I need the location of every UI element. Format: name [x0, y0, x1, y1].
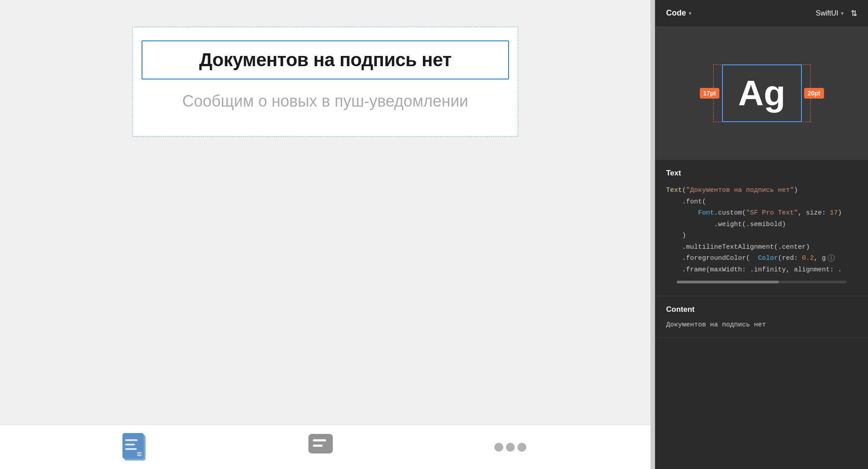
tab-bar: ≡	[0, 425, 651, 469]
code-line-1: Text("Документов на подпись нет")	[666, 185, 857, 196]
ag-text: Ag	[738, 76, 785, 111]
chat-icon	[307, 432, 337, 462]
badge-left: 17pt	[700, 88, 720, 99]
scrollbar-track[interactable]	[677, 281, 847, 283]
code-label[interactable]: Code	[666, 8, 686, 18]
tab-icon-chat[interactable]	[307, 432, 337, 462]
top-bar-left: Code ▾	[666, 8, 691, 18]
svg-rect-2	[125, 439, 138, 441]
code-line-2: .font(	[666, 196, 857, 208]
canvas-area: Документов на подпись нет Сообщим о новы…	[0, 0, 651, 469]
text-section-label: Text	[666, 169, 857, 178]
code-line-3: Font.custom("SF Pro Text", size: 17)	[666, 207, 857, 219]
svg-rect-8	[313, 439, 326, 441]
svg-point-12	[517, 443, 526, 452]
content-value: Документов на подпись нет	[666, 321, 857, 329]
svg-point-11	[506, 443, 515, 452]
right-panel: Code ▾ SwiftUI ▾ ⇅ Ag 17pt 20pt Text Tex…	[655, 0, 868, 469]
ag-blue-border: Ag	[722, 64, 802, 122]
title-text: Документов на подпись нет	[199, 49, 452, 70]
subtitle-text: Сообщим о новых в пуш-уведомлении	[182, 92, 468, 110]
more-icon	[493, 438, 528, 456]
text-section: Text Text("Документов на подпись нет") .…	[655, 160, 868, 296]
code-panels: Text Text("Документов на подпись нет") .…	[655, 160, 868, 469]
filter-icon[interactable]: ⇅	[851, 8, 857, 18]
code-line-8: .frame(maxWidth: .infinity, alignment: .	[666, 264, 857, 276]
badge-right: 20pt	[804, 88, 824, 99]
code-line-7: .foregroundColor( Color(red: 0.2, gi	[666, 253, 857, 264]
swiftui-selector[interactable]: SwiftUI ▾	[816, 9, 844, 17]
preview-area: Ag 17pt 20pt	[655, 27, 868, 160]
svg-rect-3	[125, 444, 135, 445]
canvas-content: Документов на подпись нет Сообщим о новы…	[132, 27, 518, 137]
swiftui-chevron-icon: ▾	[841, 10, 844, 16]
chevron-down-icon[interactable]: ▾	[689, 10, 691, 16]
title-box: Документов на подпись нет	[142, 40, 509, 79]
svg-point-10	[494, 443, 503, 452]
code-line-5: )	[666, 230, 857, 242]
top-bar: Code ▾ SwiftUI ▾ ⇅	[655, 0, 868, 27]
svg-rect-4	[125, 448, 137, 450]
subtitle-box: Сообщим о новых в пуш-уведомлении	[142, 79, 509, 123]
swiftui-label: SwiftUI	[816, 9, 838, 17]
content-section: Content Документов на подпись нет	[655, 296, 868, 338]
code-line-4: .weight(.semibold)	[666, 219, 857, 231]
tab-icon-more[interactable]	[493, 438, 528, 456]
document-icon: ≡	[122, 431, 151, 463]
svg-rect-6	[308, 434, 333, 453]
content-section-label: Content	[666, 305, 857, 314]
top-bar-right: SwiftUI ▾ ⇅	[816, 8, 857, 18]
svg-text:≡: ≡	[137, 449, 142, 459]
code-line-6: .multilineTextAlignment(.center)	[666, 242, 857, 253]
ag-preview: Ag 17pt 20pt	[722, 64, 802, 122]
svg-rect-9	[313, 445, 323, 447]
tab-icon-docs[interactable]: ≡	[122, 431, 151, 463]
code-block-text: Text("Документов на подпись нет") .font(…	[666, 185, 857, 275]
scroll-divider[interactable]	[651, 0, 655, 469]
info-icon[interactable]: i	[828, 254, 835, 262]
scrollbar-thumb	[677, 281, 779, 283]
